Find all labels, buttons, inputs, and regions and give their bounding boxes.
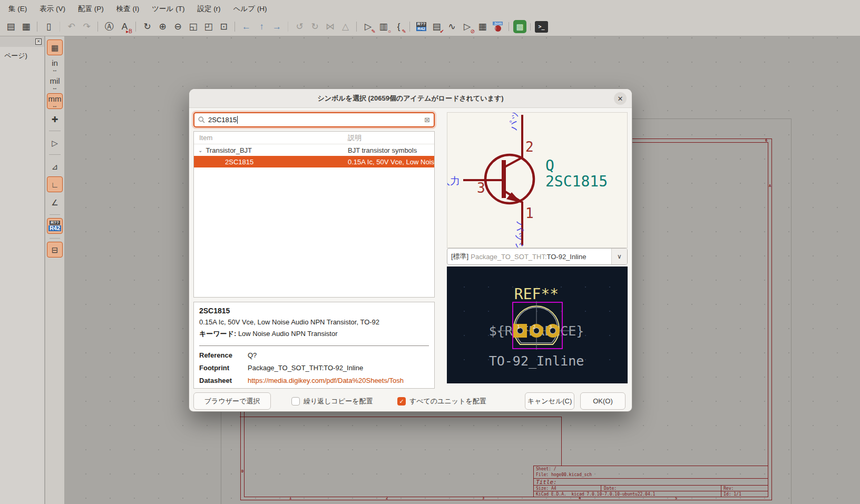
chevron-down-icon[interactable]: ∨ [611,249,627,264]
icon-badge: ✎ [402,29,406,34]
menu-item[interactable]: ツール (T) [145,1,191,17]
title-block-line [601,485,601,491]
dialog-titlebar[interactable]: シンボルを選択 (20659個のアイテムがロードされています) ✕ [189,89,632,108]
titleblock-title: Title: [536,479,557,486]
left-toolbar-icon[interactable]: ✚ [47,111,63,127]
icon-badge: ▸B [126,29,132,34]
left-toolbar-icon[interactable]: mil ↔ [47,75,63,91]
toolbar-icon[interactable]: R?? R42 [414,19,428,34]
left-toolbar-icon[interactable]: R?? R42 [47,218,63,234]
expander-icon[interactable]: ⌄ [198,147,202,153]
frame-row-label: D [241,469,243,473]
clear-search-icon[interactable]: ⊠ [424,116,430,124]
symbol-list[interactable]: Item 説明 ⌄ Transistor_BJT BJT transistor … [193,131,435,298]
toolbar-icon[interactable]: ← [239,19,253,34]
title-block-line [533,466,534,497]
toolbar-icon[interactable]: ∿ [445,19,459,34]
toolbar-icon[interactable]: ▷ ✎ [361,19,375,34]
toolbar-icon[interactable]: ◱ [186,19,200,34]
left-toolbar-icon[interactable]: ⊟ [47,242,63,258]
toolbar-icon[interactable]: ▯ [42,19,56,34]
svg-text:2: 2 [525,139,534,155]
toolbar-icon[interactable]: { ✎ [392,19,406,34]
search-icon [198,116,205,123]
icon-glyph-2: ↔ [52,85,58,91]
icon-glyph: >_ [538,24,544,29]
icon-glyph: mm [48,94,62,103]
icon-glyph: ↻ [143,21,151,32]
toolbar-icon[interactable]: ⊕ [155,19,170,34]
menu-item[interactable]: 設定 (r) [191,1,227,17]
icon-glyph: ▤ [6,21,15,32]
toolbar-icon[interactable]: ↷ [80,19,94,34]
footprint-label: Footprint [199,364,248,372]
footprint-select[interactable]: [標準] Package_TO_SOT_THT: TO-92_Inline ∨ [447,248,628,265]
toolbar-icon[interactable]: Ⓐ [102,19,116,34]
toolbar-icon[interactable]: >_ [535,21,548,33]
toolbar-icon[interactable]: ⊡ [217,19,231,34]
left-toolbar-icon[interactable]: ▦ [47,39,63,55]
titleblock-id: Id: 1/1 [724,492,741,497]
left-toolbar-icon[interactable]: ▷ [47,135,63,151]
menu-item[interactable]: ヘルプ (H) [227,1,273,17]
footprint-preview-pane: REF** ${REFERENCE} 1 2 3 TO-92_Inline [447,266,628,383]
toolbar-icon[interactable]: ↻ [308,19,322,34]
frame-col-label: 6 [765,139,767,143]
ok-button[interactable]: OK(O) [580,392,626,410]
toolbar-icon[interactable]: ▦ [475,19,490,34]
toolbar-icon[interactable]: ▷ ⊘ [460,19,474,34]
datasheet-link[interactable]: https://media.digikey.com/pdf/Data%20She… [248,377,404,384]
dialog-close-button[interactable]: ✕ [614,92,627,105]
column-header-item[interactable]: Item [194,134,348,142]
panel-close-icon[interactable]: ✕ [35,38,42,45]
toolbar-icon[interactable]: ↺ [292,19,307,34]
icon-glyph: ∠ [51,198,58,207]
list-row-symbol-selected[interactable]: 2SC1815 0.15A Ic, 50V Vce, Low Nois [194,156,434,167]
footprint-preview-drawing: REF** ${REFERENCE} 1 2 3 TO-92_Inline [447,266,627,382]
toolbar-icon[interactable]: ↶ [64,19,79,34]
toolbar-icon[interactable]: A ▸B [118,19,132,34]
icon-glyph: ⋈ [326,21,335,32]
fp-ref-text: REF** [514,285,559,303]
toolbar-icon[interactable]: .bom ↑ [491,19,505,34]
hierarchy-panel-label[interactable]: ページ) [0,47,44,61]
repeat-copy-checkbox[interactable] [291,397,300,406]
symbol-search-input[interactable]: 2SC1815 ⊠ [193,112,435,127]
left-toolbar-icon[interactable]: ∟ [47,176,63,192]
place-all-units-checkbox[interactable]: ✓ [397,397,406,406]
toolbar-icon[interactable]: ▤ [4,19,18,34]
toolbar-icon[interactable]: ▩ [513,20,526,33]
list-row-library[interactable]: ⌄ Transistor_BJT BJT transistor symbols [194,144,434,156]
toolbar-icon[interactable]: → [270,19,284,34]
column-header-desc[interactable]: 説明 [348,133,361,143]
toolbar-icon[interactable]: ◰ [201,19,216,34]
icon-glyph: ↶ [67,21,75,32]
select-with-browser-button[interactable]: ブラウザーで選択 [193,392,271,410]
toolbar-icon[interactable]: ↻ [140,19,154,34]
icon-glyph: ✚ [52,115,58,124]
symbol-description: 0.15A Ic, 50V Vce, Low Nois [348,158,434,166]
hierarchy-panel-header: ✕ [0,36,44,47]
datasheet-label: Datasheet [199,377,248,384]
icon-badge: ✔ [440,29,444,34]
menu-item[interactable]: 集 (E) [2,1,33,17]
left-toolbar-icon[interactable]: mm ↔ [47,93,63,109]
left-toolbar-icon[interactable]: in ↔ [47,57,63,73]
left-toolbar-icon[interactable]: ∠ [47,194,63,210]
toolbar-icon[interactable]: ↑ [255,19,269,34]
menu-item[interactable]: 表示 (V) [33,1,72,17]
icon-glyph: ⊟ [52,245,58,255]
icon-glyph: .bom [493,22,503,25]
menu-item[interactable]: 配置 (P) [72,1,110,17]
library-name: Transistor_BJT [206,146,252,154]
toolbar-icon[interactable]: ▤ ✔ [429,19,444,34]
toolbar-icon[interactable]: ⊖ [171,19,185,34]
toolbar-icon[interactable]: ▥ ○ [376,19,390,34]
icon-glyph: in [52,58,58,67]
menu-item[interactable]: 検査 (I) [110,1,146,17]
toolbar-icon[interactable]: ⋈ [323,19,337,34]
cancel-button[interactable]: キャンセル(C) [525,392,574,410]
left-toolbar-icon[interactable]: ⊿ [47,159,63,174]
toolbar-icon[interactable]: △ [338,19,353,34]
toolbar-icon[interactable]: ▦ [19,19,33,34]
